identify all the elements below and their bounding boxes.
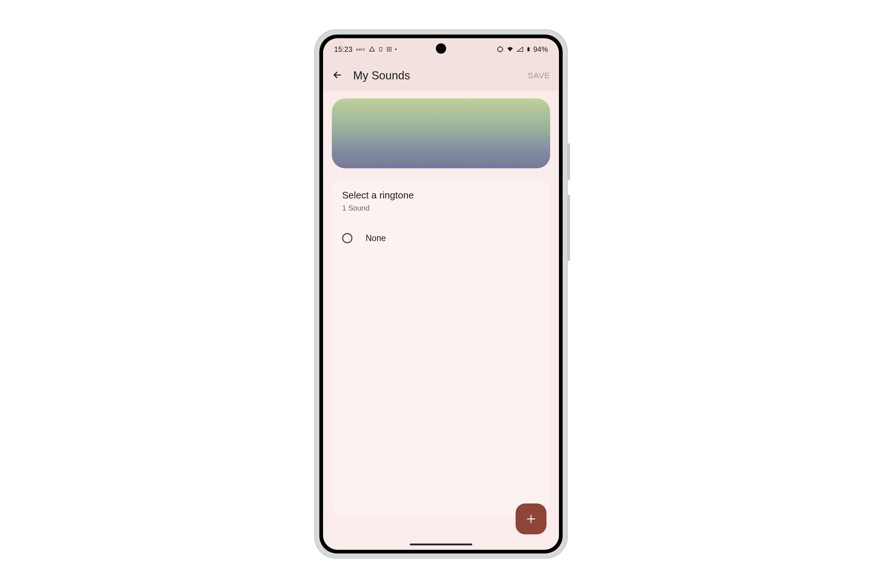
sound-item-none[interactable]: None (342, 230, 540, 246)
svg-rect-0 (380, 47, 382, 51)
svg-rect-4 (527, 47, 530, 51)
battery-icon (526, 45, 531, 53)
status-left: 15:23 eero (334, 45, 396, 54)
triangle-icon (369, 46, 375, 52)
svg-point-2 (389, 49, 390, 50)
battery-percent: 94% (533, 45, 548, 54)
screen: 15:23 eero 94% (323, 38, 559, 550)
wifi-icon (506, 46, 514, 52)
content-area: Select a ringtone 1 Sound None (323, 91, 559, 550)
phone-frame: 15:23 eero 94% (314, 29, 568, 559)
power-button (568, 143, 570, 180)
svg-rect-5 (528, 47, 529, 48)
back-button[interactable] (332, 69, 343, 82)
target-icon (496, 46, 504, 53)
svg-point-3 (498, 46, 502, 51)
volume-button (568, 195, 570, 261)
carrier-label: eero (356, 47, 365, 51)
camera-notch (436, 44, 446, 54)
sound-label: None (366, 233, 386, 243)
ringtone-preview-card[interactable] (332, 99, 550, 168)
app-bar: My Sounds SAVE (323, 60, 559, 91)
device-icon (378, 46, 383, 52)
box-icon (386, 46, 392, 52)
status-right: 94% (496, 45, 548, 54)
radio-unchecked-icon (342, 233, 352, 243)
notification-icons (369, 46, 396, 52)
save-button[interactable]: SAVE (528, 71, 550, 81)
list-title: Select a ringtone (342, 190, 540, 201)
signal-icon (516, 46, 524, 52)
ringtone-list-card: Select a ringtone 1 Sound None (332, 178, 550, 517)
back-arrow-icon (332, 69, 343, 81)
phone-bezel: 15:23 eero 94% (320, 34, 562, 554)
list-subtitle: 1 Sound (342, 204, 540, 212)
plus-icon (525, 513, 537, 524)
home-indicator[interactable] (410, 543, 472, 545)
add-sound-button[interactable] (516, 504, 546, 534)
page-title: My Sounds (353, 69, 518, 82)
dot-icon (395, 48, 396, 50)
clock: 15:23 (334, 45, 352, 54)
